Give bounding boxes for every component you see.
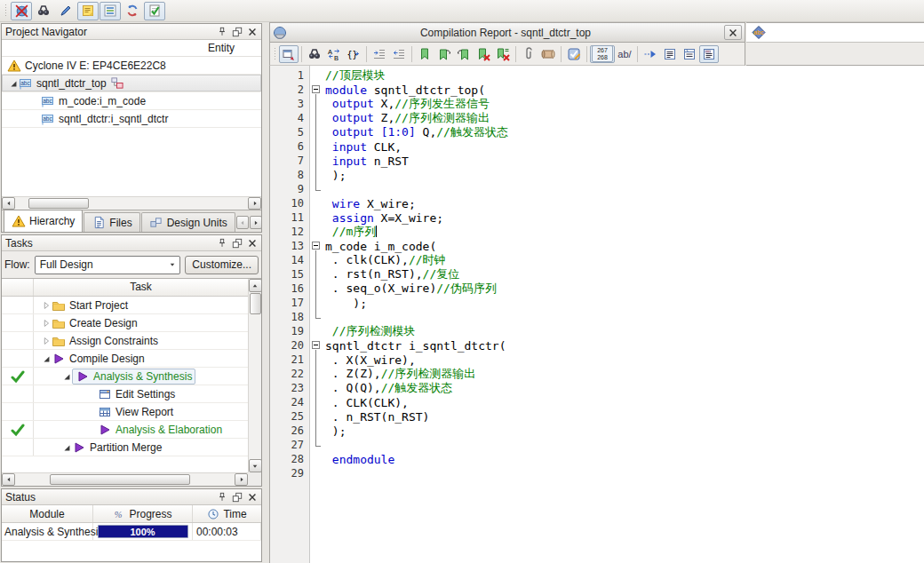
netlist-sphere-button[interactable] [11,2,32,20]
tab-design-units[interactable]: Design Units [141,212,235,232]
find-button[interactable] [33,2,54,20]
task-row[interactable]: View Report [2,403,248,421]
list-settings-button[interactable] [100,2,121,20]
tree-item[interactable]: abcsqntl_dtctr_top [2,75,261,92]
fold-toggle-icon[interactable] [312,242,320,250]
close-icon[interactable] [246,26,258,37]
editor-titlebar[interactable]: Compilation Report - sqntl_dtctr_top [269,22,745,43]
editor-close-icon[interactable] [724,25,742,40]
code-line[interactable]: 29 [270,466,924,480]
scroll-right-icon[interactable] [248,197,261,210]
code-line[interactable]: 18 [270,310,924,324]
scroll-up-icon[interactable] [249,279,262,292]
code-line[interactable]: 25 . n_RST(n_RST) [270,409,924,424]
task-row[interactable]: Compile Design [2,350,248,368]
module-column-header[interactable]: Module [2,505,93,522]
entity-column-header[interactable]: Entity [2,40,261,57]
code-line[interactable]: 20sqntl_dtctr i_sqntl_dtctr( [270,338,924,353]
code-line[interactable]: 14 . clk(CLK),//时钟 [270,253,924,267]
task-row[interactable]: Start Project [2,297,248,314]
expander-icon[interactable] [60,370,72,382]
code-line[interactable]: 1//顶层模块 [270,68,924,83]
code-line[interactable]: 19 //序列检测模块 [270,324,924,338]
open-new-window-button[interactable] [279,45,299,63]
tree-horizontal-scrollbar[interactable] [2,196,261,210]
toolbar-grip[interactable] [274,47,276,61]
task-column-header[interactable]: Task [34,279,248,296]
expander-icon[interactable] [60,441,72,453]
code-line[interactable]: 11 assign X=X_wire; [270,210,924,225]
line-numbers-button[interactable]: 267268 [590,45,615,63]
outdent-button[interactable] [389,45,409,63]
refresh-button[interactable] [122,2,143,20]
scroll-left-icon[interactable] [2,473,15,486]
tcl-script-button[interactable] [538,45,558,63]
bookmark-delete-all-button[interactable] [493,45,513,63]
sticky-notes-button[interactable] [77,2,99,20]
check-report-button[interactable] [144,2,165,20]
code-line[interactable]: 17 ); [270,296,924,310]
task-row[interactable]: Edit Settings [2,385,248,403]
code-line[interactable]: 2module sqntl_dtctr_top( [270,83,924,97]
scrollbar-thumb[interactable] [250,293,261,314]
bookmark-toggle-button[interactable] [415,45,434,63]
code-line[interactable]: 23 . Q(Q),//触发器状态 [270,381,924,395]
scrollbar-thumb[interactable] [50,474,190,485]
code-line[interactable]: 13m_code i_m_code( [270,239,924,253]
scroll-right-icon[interactable] [235,473,248,486]
pin-icon[interactable] [216,491,227,503]
attach-button[interactable] [519,45,538,63]
find-button[interactable] [305,45,324,63]
code-line[interactable]: 21 . X(X_wire), [270,353,924,367]
close-icon[interactable] [246,491,258,503]
customize-button[interactable]: Customize... [185,256,259,274]
expander-icon[interactable] [40,299,52,311]
code-line[interactable]: 26 ); [270,424,924,438]
pin-icon[interactable] [216,26,227,37]
code-line[interactable]: 6 input CLK, [270,139,924,154]
scrollbar-thumb[interactable] [28,198,89,209]
code-line[interactable]: 4 output Z,//序列检测器输出 [270,111,924,125]
fold-toggle-icon[interactable] [312,85,320,93]
code-line[interactable]: 3 output X,//序列发生器信号 [270,97,924,111]
time-column-header[interactable]: Time [193,505,261,522]
view-panel-button[interactable] [699,45,719,63]
fold-toggle-icon[interactable] [312,341,320,349]
scroll-left-icon[interactable] [2,197,15,210]
scroll-down-icon[interactable] [249,459,262,472]
close-icon[interactable] [246,237,258,249]
abc-spellcheck-icon[interactable]: abc [752,26,766,40]
view-split-button[interactable] [680,45,699,63]
goto-brace-button[interactable]: {} [344,45,363,63]
bookmark-previous-button[interactable] [454,45,474,63]
float-icon[interactable] [231,237,243,249]
code-line[interactable]: 5 output [1:0] Q,//触发器状态 [270,125,924,139]
bookmark-delete-button[interactable] [474,45,493,63]
replace-button[interactable]: AB [324,45,344,63]
tree-item[interactable]: Cyclone IV E: EP4CE6E22C8 [2,57,261,75]
syntax-check-button[interactable] [564,45,584,63]
task-row[interactable]: Create Design [2,314,248,332]
code-line[interactable]: 15 . rst(n_RST),//复位 [270,267,924,282]
code-line[interactable]: 24 . CLK(CLK), [270,395,924,409]
expander-icon[interactable] [40,353,52,364]
code-line[interactable]: 22 . Z(Z),//序列检测器输出 [270,367,924,381]
edit-pen-button[interactable] [55,2,76,20]
code-line[interactable]: 16 . seq_o(X_wire)//伪码序列 [270,282,924,296]
tree-item[interactable]: abcsqntl_dtctr:i_sqntl_dtctr [2,110,261,128]
expander-icon[interactable] [40,335,52,346]
tab-hierarchy[interactable]: Hierarchy [4,210,83,232]
code-line[interactable]: 8 ); [270,168,924,182]
code-editor[interactable]: 1//顶层模块2module sqntl_dtctr_top(3 output … [269,66,924,563]
tasks-vertical-scrollbar[interactable] [248,279,261,472]
float-icon[interactable] [231,26,243,37]
flow-dropdown[interactable]: Full Design [35,256,181,274]
progress-column-header[interactable]: % Progress [93,505,193,522]
task-row[interactable]: Assign Constraints [2,332,248,350]
code-line[interactable]: 7 input n_RST [270,154,924,168]
view-full-button[interactable] [660,45,680,63]
float-icon[interactable] [231,491,243,503]
tree-item[interactable]: abcm_code:i_m_code [2,92,261,110]
toolbar-grip[interactable] [4,4,7,18]
code-line[interactable]: 12 //m序列 [270,225,924,239]
